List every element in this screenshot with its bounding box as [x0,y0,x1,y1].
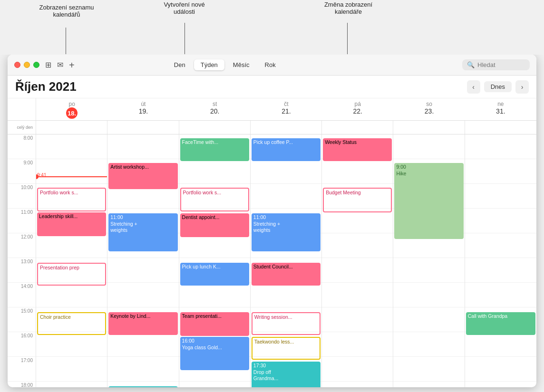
event-block[interactable]: Leadership skill... [37,212,106,236]
time-label: 16:00 [8,332,36,357]
tab-rok[interactable]: Rok [258,59,282,70]
event-column-1: Artist workshop...11:00 Stretching + wei… [107,134,179,387]
next-button[interactable]: › [515,80,529,94]
day-number: 21. [282,107,291,115]
calendar-list-icon[interactable]: ⊞ [45,60,51,69]
event-block[interactable]: Budget Meeting [323,188,392,212]
calendar-grid: 8:009:0010:0011:0012:0013:0014:0015:0016… [8,134,536,387]
day-header-út: út19. [107,98,179,120]
calendar-header: Říjen 2021 ‹ Dnes › [8,76,536,98]
event-block[interactable]: Portfolio work s... [37,188,106,211]
all-day-cell-6 [465,121,536,134]
hour-cell [465,233,536,258]
time-label: 18:00 [8,382,36,387]
ann-line-2 [185,23,185,54]
maximize-button[interactable] [33,62,39,68]
hour-cell [107,258,178,283]
day-number: 31. [496,107,505,115]
time-label: 14:00 [8,283,36,307]
hour-cell [322,382,393,387]
hour-cell [465,258,536,283]
traffic-lights [14,62,39,68]
hour-cell [465,209,536,233]
prev-button[interactable]: ‹ [467,80,480,94]
event-block[interactable]: 16:00 Yoga class Gold... [180,337,249,370]
time-label: 17:00 [8,357,36,382]
day-name: pá [355,101,361,107]
time-label: 11:00 [8,209,36,233]
event-column-5: 9:00 Hike19:00 [393,134,465,387]
time-label: 15:00 [8,307,36,332]
event-block[interactable]: 9:00 Hike [394,163,463,239]
event-block[interactable]: Portfolio work s... [180,188,249,211]
minimize-button[interactable] [24,62,30,68]
day-header-ne: ne31. [465,98,536,120]
annotation-calendars: Zobrazení seznamukalendářů [29,4,105,18]
event-block[interactable]: Call with Grandpa [466,312,535,335]
hour-cell [179,159,250,184]
inbox-icon[interactable]: ✉ [57,60,63,69]
add-event-button[interactable]: + [69,60,75,70]
day-headers: po18.út19.st20.čt21.pá22.so23.ne31. [36,98,536,120]
event-block[interactable]: Weekly Status [323,138,392,161]
hour-cell [107,357,178,382]
annotation-view: Změna zobrazeníkalendáře [309,1,388,15]
hour-cell [393,332,464,357]
hour-cell [322,159,393,184]
event-block[interactable]: 11:00 Stretching + weights [252,213,321,251]
event-block[interactable]: Pick up coffee P... [252,138,321,161]
day-header-po: po18. [36,98,107,120]
tab-tyden[interactable]: Týden [194,59,224,70]
hour-cell [179,283,250,307]
day-number: 20. [210,107,219,115]
event-block[interactable]: FaceTime with... [180,138,249,161]
event-column-4: Weekly StatusBudget Meeting [322,134,393,387]
event-block[interactable]: Dentist appoint... [180,213,249,237]
event-block[interactable]: 17:30 Drop off Grandma... [252,362,321,387]
all-day-cells [36,121,536,134]
all-day-cell-1 [107,121,179,134]
hour-cell [393,258,464,283]
hour-cell [179,382,250,387]
event-column-3: Pick up coffee P...11:00 Stretching + we… [251,134,322,387]
event-block[interactable]: 11:00 Stretching + weights [108,213,177,251]
tab-mesic[interactable]: Měsíc [226,59,256,70]
hour-cell [36,134,107,159]
event-block[interactable]: Choir practice [37,312,106,335]
today-button[interactable]: Dnes [484,81,512,92]
tab-den[interactable]: Den [167,59,192,70]
hour-cell [465,159,536,184]
event-block[interactable]: Keynote by Lind... [108,312,177,335]
time-label: 10:00 [8,184,36,209]
event-column-2: FaceTime with...Portfolio work s...Denti… [179,134,251,387]
event-block[interactable]: Artist workshop... [108,163,177,189]
annotation-new-event: Vytvoření novéudálosti [147,1,221,15]
hour-cell [107,134,178,159]
event-block[interactable]: Writing session... [252,312,321,335]
hour-cell [465,283,536,307]
search-input[interactable] [477,61,525,68]
event-block[interactable]: Team presentati... [180,312,249,336]
event-block[interactable]: Taekwondo less... [252,337,321,360]
time-label: 12:00 [8,233,36,258]
day-number: 19. [139,107,148,115]
event-block[interactable]: Pick up lunch K... [180,263,249,286]
search-box[interactable]: 🔍 [462,59,530,70]
time-label: 8:00 [8,134,36,159]
hour-cell [322,283,393,307]
close-button[interactable] [14,62,20,68]
hour-cell [322,258,393,283]
hour-cell [251,283,321,307]
hour-cell [465,382,536,387]
all-day-cell-5 [393,121,465,134]
day-header-pá: pá22. [322,98,393,120]
event-block[interactable]: Student Council... [252,263,321,286]
event-block[interactable]: Taco night [108,386,177,387]
event-block[interactable]: Presentation prep [37,263,106,286]
hour-cell [393,307,464,332]
hour-cell [465,184,536,209]
events-area[interactable]: 9:41Portfolio work s...Leadership skill.… [36,134,536,387]
day-number: 23. [425,107,434,115]
search-icon: 🔍 [467,61,475,68]
ann-line-3 [347,23,348,54]
